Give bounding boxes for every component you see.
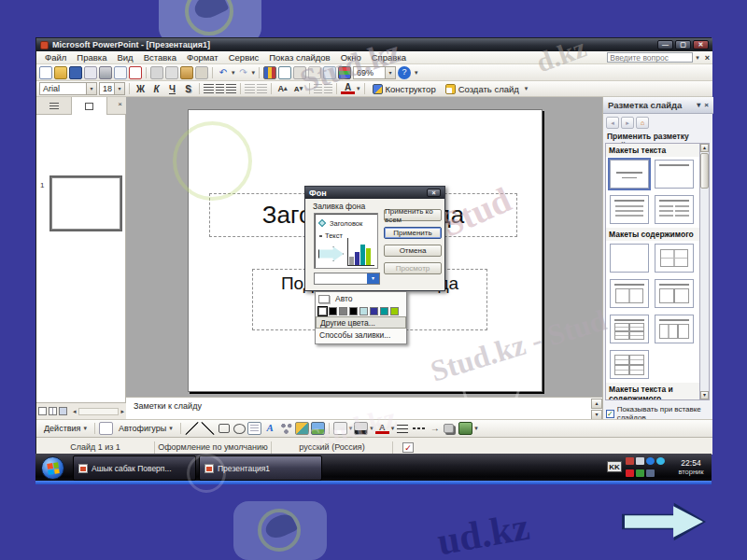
arrow-icon[interactable] <box>201 422 215 435</box>
color-swatch[interactable] <box>339 307 347 315</box>
undo-dropdown-icon[interactable] <box>232 69 235 77</box>
toolbar-overflow-icon[interactable] <box>415 69 418 77</box>
fill-color-icon[interactable] <box>333 422 347 435</box>
taskbar-button-1[interactable]: Ашык сабак Поверп... <box>73 455 196 481</box>
previous-slide-icon[interactable] <box>591 399 602 409</box>
layout-title-text[interactable] <box>610 195 649 224</box>
redo-dropdown-icon[interactable] <box>252 69 256 77</box>
zoom-combo[interactable]: 69% <box>353 66 396 79</box>
task-pane-scrollbar[interactable] <box>699 143 710 400</box>
scroll-right-icon[interactable] <box>120 408 124 415</box>
line-color-dropdown-icon[interactable] <box>370 425 374 432</box>
scroll-left-icon[interactable] <box>73 408 77 415</box>
layout-title-content[interactable] <box>610 279 649 308</box>
layout-title-slide[interactable] <box>610 160 649 189</box>
menu-edit[interactable]: Правка <box>72 51 111 63</box>
bold-button[interactable]: Ж <box>134 82 148 95</box>
color-swatch[interactable] <box>359 307 368 315</box>
chevron-down-icon[interactable] <box>694 54 701 62</box>
layout-blank[interactable] <box>610 244 649 273</box>
layout-title-two-text[interactable] <box>655 195 694 224</box>
numbered-list-icon[interactable] <box>245 84 255 93</box>
color-swatch[interactable] <box>318 307 327 315</box>
language-bar[interactable]: KK <box>607 461 622 472</box>
toolbar-overflow-icon[interactable] <box>474 425 478 432</box>
bullet-list-icon[interactable] <box>257 84 267 93</box>
menu-view[interactable]: Вид <box>112 51 137 63</box>
chevron-down-icon[interactable] <box>86 83 96 94</box>
save-icon[interactable] <box>69 66 82 79</box>
dialog-close-icon[interactable] <box>427 189 441 197</box>
cancel-button[interactable]: Отмена <box>384 245 442 257</box>
color-swatch[interactable] <box>390 307 399 315</box>
taskbar-button-2[interactable]: Презентация1 <box>199 455 322 481</box>
maximize-button[interactable]: ▢ <box>675 40 691 49</box>
decrease-font-icon[interactable]: А <box>291 82 305 95</box>
fill-effects-item[interactable]: Способы заливки... <box>316 329 406 341</box>
line-style-icon[interactable] <box>396 422 410 435</box>
shadow-style-icon[interactable] <box>444 424 454 433</box>
print-icon[interactable] <box>99 66 112 79</box>
font-color-dropdown-icon[interactable] <box>357 85 360 92</box>
underline-button[interactable]: Ч <box>165 82 179 95</box>
undo-icon[interactable]: ↶ <box>217 66 230 79</box>
scroll-up-icon[interactable] <box>700 144 709 152</box>
document-close-icon[interactable] <box>702 53 712 63</box>
align-right-icon[interactable] <box>226 84 236 93</box>
new-document-icon[interactable] <box>39 66 52 79</box>
font-name-combo[interactable]: Arial <box>39 82 97 95</box>
fill-color-dropdown-icon[interactable] <box>349 425 353 432</box>
taskbar-clock[interactable]: 22:54 вторник <box>674 458 708 477</box>
toolbar-overflow-icon[interactable] <box>525 85 529 92</box>
font-color-icon[interactable]: А <box>341 83 355 94</box>
arrow-style-icon[interactable]: → <box>428 422 442 435</box>
chevron-down-icon[interactable] <box>114 83 124 94</box>
font-color-dropdown-icon[interactable] <box>391 425 395 432</box>
layout-title-four-content[interactable] <box>610 315 649 343</box>
3d-style-icon[interactable] <box>458 422 472 435</box>
volume-tray-icon[interactable] <box>636 457 644 465</box>
show-on-insert-checkbox[interactable] <box>606 410 614 418</box>
rectangle-icon[interactable] <box>218 424 230 433</box>
display-tray-icon[interactable] <box>626 457 634 465</box>
layout-title-two-content[interactable] <box>655 279 694 308</box>
text-box-icon[interactable] <box>247 422 261 435</box>
show-grid-icon[interactable] <box>323 66 336 79</box>
antivirus-tray-icon[interactable] <box>626 469 634 477</box>
format-painter-icon[interactable] <box>195 66 208 79</box>
cut-icon[interactable] <box>150 66 163 79</box>
draw-actions-button[interactable]: Действия <box>40 422 91 436</box>
color-swatch[interactable] <box>349 307 358 315</box>
copy-icon[interactable] <box>165 66 178 79</box>
align-left-icon[interactable] <box>204 84 214 93</box>
new-slide-button[interactable]: Создать слайд <box>442 82 523 96</box>
slide-sorter-view-icon[interactable] <box>49 407 57 415</box>
line-color-icon[interactable] <box>354 422 368 435</box>
task-pane-menu-icon[interactable] <box>697 101 700 109</box>
background-color-combo[interactable] <box>314 273 380 285</box>
color-view-icon[interactable] <box>338 66 351 79</box>
panel-close-icon[interactable] <box>114 97 126 114</box>
layout-four-content[interactable] <box>610 350 649 379</box>
autoshapes-button[interactable]: Автофигуры <box>115 422 176 436</box>
apply-all-button[interactable]: Применить ко всем <box>384 209 442 221</box>
oval-icon[interactable] <box>233 424 246 434</box>
layout-content[interactable] <box>655 244 694 273</box>
task-pane-close-icon[interactable] <box>704 101 709 109</box>
layout-title-only[interactable] <box>655 160 694 189</box>
tab-outline[interactable] <box>36 97 72 115</box>
notes-pane[interactable]: Заметки к слайду <box>126 397 602 419</box>
open-icon[interactable] <box>54 66 67 79</box>
diagram-icon[interactable] <box>279 422 293 435</box>
tables-borders-icon[interactable] <box>293 66 306 79</box>
combo-dropdown-icon[interactable] <box>367 273 379 284</box>
scrollbar-thumb[interactable] <box>700 153 709 189</box>
minimize-button[interactable]: — <box>657 40 673 49</box>
print-preview-icon[interactable] <box>114 66 127 79</box>
italic-button[interactable]: К <box>149 82 163 95</box>
slide-design-button[interactable]: Конструктор <box>369 82 440 96</box>
menu-slideshow[interactable]: Показ слайдов <box>264 51 334 63</box>
font-color-icon[interactable]: А <box>375 423 389 434</box>
menu-help[interactable]: Справка <box>367 51 411 63</box>
help-icon[interactable]: ? <box>398 66 411 79</box>
